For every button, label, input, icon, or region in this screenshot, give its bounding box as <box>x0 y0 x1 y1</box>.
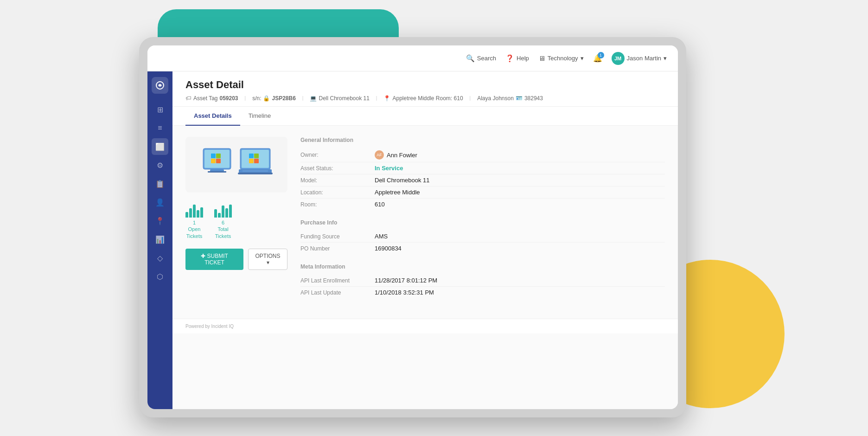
options-button[interactable]: OPTIONS ▾ <box>248 249 287 270</box>
owner-value: Alaya Johnson <box>477 95 514 102</box>
sidebar-item-dashboard[interactable]: ⊞ <box>152 101 168 118</box>
svg-rect-4 <box>216 154 221 158</box>
location-row: Location: Appletree Middle <box>300 186 665 199</box>
help-nav-item[interactable]: ❓ Help <box>505 54 529 63</box>
sidebar-item-assets[interactable]: ⬜ <box>152 138 168 155</box>
funding-value: AMS <box>375 233 388 240</box>
location-label: Location: <box>300 189 375 196</box>
sidebar-item-notes[interactable]: 📋 <box>152 175 168 192</box>
bar-4 <box>197 210 199 218</box>
asset-right-panel: General Information Owner: AF Ann Fowler… <box>300 137 665 308</box>
search-nav-item[interactable]: 🔍 Search <box>466 54 496 63</box>
tab-bar: Asset Details Timeline <box>172 107 678 126</box>
ticket-stats: 1 Open Tickets <box>185 200 287 243</box>
search-label: Search <box>477 55 496 62</box>
notification-bell[interactable]: 🔔 1 <box>593 54 602 63</box>
model-row: Model: Dell Chromebook 11 <box>300 174 665 186</box>
owner-avatar: AF <box>375 150 384 160</box>
user-name: Jason Martin <box>627 55 661 62</box>
sidebar-item-integrations[interactable]: ◇ <box>152 250 168 266</box>
open-tickets-label: 1 Open Tickets <box>186 219 202 239</box>
asset-image-box <box>185 137 287 192</box>
sidebar-item-users[interactable]: 👤 <box>152 194 168 211</box>
notes-icon: 📋 <box>155 180 165 188</box>
technology-nav-item[interactable]: 🖥 Technology ▾ <box>538 54 584 62</box>
bar-1 <box>185 212 188 218</box>
svg-rect-16 <box>238 173 273 174</box>
model-label: Model: <box>300 177 375 184</box>
sidebar-item-location[interactable]: 📍 <box>152 212 168 229</box>
owner-id-icon: 🪪 <box>516 95 523 102</box>
svg-rect-6 <box>216 159 221 163</box>
owner-id: 382943 <box>524 95 543 102</box>
help-icon: ❓ <box>505 54 514 63</box>
page-title: Asset Detail <box>185 79 665 91</box>
bar-t1 <box>214 209 217 218</box>
serial-icon: 🔒 <box>263 95 270 102</box>
footer: Powered by Incident IQ <box>172 319 678 333</box>
asset-tag-item: 🏷 Asset Tag 059203 <box>185 95 238 102</box>
room-row: Room: 610 <box>300 199 665 210</box>
api-update-label: API Last Update <box>300 289 375 296</box>
meta-info-section: Meta Information API Last Enrollment 11/… <box>300 263 665 298</box>
total-tickets-stat[interactable]: 6 Total Tickets <box>214 204 232 239</box>
bar-t5 <box>229 205 232 218</box>
po-value: 16900834 <box>375 245 402 252</box>
breadcrumb-divider-1: | <box>245 96 246 101</box>
breadcrumb-divider-4: | <box>470 96 471 101</box>
device-frame: 🔍 Search ❓ Help 🖥 Technology ▾ 🔔 1 JM Ja… <box>139 37 686 417</box>
funding-row: Funding Source AMS <box>300 231 665 243</box>
user-profile-nav[interactable]: JM Jason Martin ▾ <box>612 52 667 65</box>
model-value: Dell Chromebook 11 <box>319 95 369 102</box>
svg-rect-11 <box>249 154 254 158</box>
network-icon: ⬡ <box>157 272 163 281</box>
sidebar: ⊞ ≡ ⬜ ⚙ 📋 👤 📍 <box>147 71 172 409</box>
page-header: Asset Detail 🏷 Asset Tag 059203 | s/n: 🔒… <box>172 71 678 107</box>
api-update-value: 1/10/2018 3:52:31 PM <box>375 289 434 296</box>
submit-ticket-button[interactable]: ✚ SUBMIT TICKET <box>185 249 243 270</box>
total-tickets-chart <box>214 204 232 218</box>
sidebar-item-tickets[interactable]: ≡ <box>152 120 168 136</box>
top-nav: 🔍 Search ❓ Help 🖥 Technology ▾ 🔔 1 JM Ja… <box>147 45 678 71</box>
asset-tag-value: 059203 <box>219 95 238 102</box>
sidebar-item-reports[interactable]: 📊 <box>152 231 168 248</box>
dashboard-icon: ⊞ <box>157 105 163 114</box>
location-item: 📍 Appletree Middle Room: 610 <box>383 95 463 102</box>
main-area: ⊞ ≡ ⬜ ⚙ 📋 👤 📍 <box>147 71 678 409</box>
sidebar-item-network[interactable]: ⬡ <box>152 268 168 285</box>
user-dropdown-icon: ▾ <box>664 55 667 62</box>
tab-timeline[interactable]: Timeline <box>240 107 280 126</box>
technology-label: Technology <box>548 55 578 62</box>
general-info-title: General Information <box>300 137 665 143</box>
technology-dropdown-icon: ▾ <box>581 55 584 62</box>
footer-text: Powered by Incident IQ <box>185 324 234 329</box>
enrollment-label: API Last Enrollment <box>300 277 375 284</box>
laptop-icon: 💻 <box>310 95 317 102</box>
content-area: Asset Detail 🏷 Asset Tag 059203 | s/n: 🔒… <box>172 71 678 409</box>
map-icon: 📍 <box>383 95 390 102</box>
bar-5 <box>200 207 203 218</box>
search-icon: 🔍 <box>466 54 475 63</box>
enrollment-value: 11/28/2017 8:01:12 PM <box>375 277 437 284</box>
owner-name: Ann Fowler <box>387 152 417 159</box>
bar-t3 <box>222 205 224 218</box>
bar-t2 <box>218 213 221 218</box>
device-screen: 🔍 Search ❓ Help 🖥 Technology ▾ 🔔 1 JM Ja… <box>147 45 678 409</box>
po-row: PO Number 16900834 <box>300 243 665 254</box>
tab-asset-details[interactable]: Asset Details <box>185 107 240 126</box>
owner-label: Owner: <box>300 152 375 158</box>
status-label: Asset Status: <box>300 165 375 172</box>
avatar: JM <box>612 52 625 65</box>
sidebar-logo[interactable] <box>152 77 168 94</box>
reports-icon: 📊 <box>155 235 165 244</box>
user-icon: 👤 <box>155 198 165 207</box>
sidebar-item-settings[interactable]: ⚙ <box>152 157 168 173</box>
help-label: Help <box>517 55 529 62</box>
serial-item: s/n: 🔒 JSP28B6 <box>252 95 296 102</box>
location-value: Appletree Middle <box>375 189 420 196</box>
assets-icon: ⬜ <box>155 142 165 151</box>
open-tickets-stat[interactable]: 1 Open Tickets <box>185 204 203 239</box>
logo-icon <box>154 80 166 91</box>
svg-rect-12 <box>254 154 259 158</box>
owner-row: Owner: AF Ann Fowler <box>300 148 665 162</box>
